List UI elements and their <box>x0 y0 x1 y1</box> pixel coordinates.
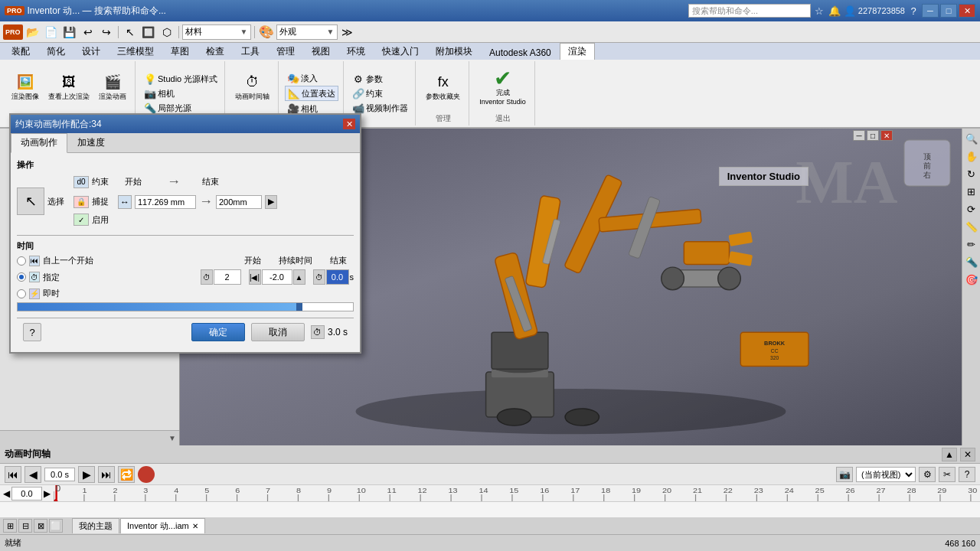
tab-close-icon[interactable]: ✕ <box>192 522 198 530</box>
viewport-close[interactable]: ✕ <box>880 130 893 141</box>
start-value-input[interactable] <box>135 195 196 209</box>
select-icon-btn[interactable]: ↖ <box>17 187 44 215</box>
enable-icon[interactable]: ✓ <box>74 214 89 226</box>
tab-environment[interactable]: 环境 <box>338 43 374 60</box>
rt-btn-7[interactable]: ✏ <box>964 236 979 252</box>
fade-in-btn[interactable]: 🎭 淡入 <box>285 71 338 85</box>
file-button[interactable]: 📄 <box>43 24 60 41</box>
dialog-tab-acceleration[interactable]: 加速度 <box>67 133 115 152</box>
tl-help-btn[interactable]: ? <box>959 467 975 482</box>
expand-btn[interactable]: ≫ <box>339 24 356 41</box>
tab-a360[interactable]: Autodesk A360 <box>481 45 560 60</box>
start-time-input[interactable] <box>214 269 241 285</box>
tab-icon-3[interactable]: ⊠ <box>34 519 47 533</box>
nav-cube[interactable]: 顶 前 右 <box>900 136 954 190</box>
render-anim-btn[interactable]: 🎬 渲染动画 <box>95 70 130 104</box>
tab-my-home[interactable]: 我的主题 <box>72 518 119 533</box>
tab-render[interactable]: 渲染 <box>560 43 595 60</box>
tab-inventor-anim[interactable]: Inventor 动...iam ✕ <box>120 518 205 533</box>
timeline-btn[interactable]: ⏱ 动画时间轴 <box>231 70 273 104</box>
finish-btn[interactable]: ✔ 完成Inventor Studio <box>475 67 530 108</box>
duration-inc[interactable]: ▲ <box>293 269 305 285</box>
ruler-time-input[interactable] <box>11 487 42 500</box>
start-indicator[interactable]: ↔ <box>118 195 132 209</box>
instant-icon[interactable]: ⚡ <box>29 289 40 299</box>
snap-icon[interactable]: 🔒 <box>74 196 89 208</box>
position-btn[interactable]: 📐 位置表达 <box>285 86 338 101</box>
viewport-maximize[interactable]: □ <box>867 130 879 141</box>
bell-icon[interactable]: 🔔 <box>828 4 841 18</box>
render-image-btn[interactable]: 🖼️ 渲染图像 <box>8 70 43 104</box>
tl-forward-btn[interactable]: ⏭ <box>98 466 115 483</box>
tab-sketch[interactable]: 草图 <box>162 43 198 60</box>
user-icon[interactable]: 👤 <box>843 4 857 18</box>
tab-simplify[interactable]: 简化 <box>38 43 74 60</box>
tab-assembly[interactable]: 装配 <box>3 43 38 60</box>
tl-settings-btn[interactable]: ⚙ <box>919 467 936 482</box>
timeline-collapse[interactable]: ▲ <box>942 448 957 461</box>
tool-2[interactable]: 🔲 <box>140 24 157 41</box>
end-expand-btn[interactable]: ▶ <box>265 195 277 209</box>
camera-btn[interactable]: 📷 相机 <box>142 86 220 100</box>
ruler-left-btn[interactable]: ◀ <box>3 488 10 499</box>
last-render-btn[interactable]: 🖼 查看上次渲染 <box>44 70 93 104</box>
rt-btn-6[interactable]: 📏 <box>964 219 979 234</box>
minimize-button[interactable]: ─ <box>922 4 939 18</box>
tab-design[interactable]: 设计 <box>74 43 109 60</box>
rt-btn-2[interactable]: ✋ <box>964 148 979 164</box>
viewport-minimize[interactable]: ─ <box>853 130 865 141</box>
params-btn[interactable]: ⚙ 参数 <box>350 72 410 86</box>
tl-view-dropdown[interactable]: (当前视图) <box>856 467 916 482</box>
end-value-input[interactable] <box>216 195 262 209</box>
tl-trim-btn[interactable]: ✂ <box>939 467 956 482</box>
tab-icon-4[interactable]: ⬜ <box>49 519 63 533</box>
dialog-help-btn[interactable]: ? <box>23 323 41 341</box>
end-time-icon[interactable]: ⏱ <box>313 269 325 285</box>
select-tool[interactable]: ↖ <box>122 24 139 41</box>
tl-back-btn[interactable]: ◀ <box>24 466 41 483</box>
close-button[interactable]: ✕ <box>959 4 975 18</box>
color-picker-icon[interactable]: 🎨 <box>258 24 275 41</box>
tab-inspect[interactable]: 检查 <box>198 43 233 60</box>
tool-3[interactable]: ⬡ <box>158 24 175 41</box>
tl-record-btn[interactable] <box>138 466 155 483</box>
save-button[interactable]: 💾 <box>61 24 78 41</box>
rt-btn-8[interactable]: 🔦 <box>964 254 979 269</box>
specify-icon[interactable]: ⏱ <box>29 272 40 282</box>
rt-btn-5[interactable]: ⟳ <box>964 201 979 217</box>
params-fav-btn[interactable]: fx 参数收藏夹 <box>422 70 464 104</box>
search-bar[interactable]: 搜索帮助和命令... <box>688 4 811 18</box>
tl-play-btn[interactable]: ▶ <box>78 466 95 483</box>
from-prev-radio[interactable]: ⏮ 自上一个开始 <box>17 255 93 266</box>
time-display-icon[interactable]: ⏱ <box>311 325 325 339</box>
tab-tools[interactable]: 工具 <box>233 43 268 60</box>
tab-addons[interactable]: 附加模块 <box>427 43 481 60</box>
bookmark-icon[interactable]: ☆ <box>812 4 826 18</box>
rt-btn-3[interactable]: ↻ <box>964 166 979 181</box>
tl-time-input[interactable] <box>44 468 75 481</box>
dialog-tab-animation[interactable]: 动画制作 <box>11 133 67 153</box>
studio-lighting-btn[interactable]: 💡 Studio 光源样式 <box>142 72 220 86</box>
duration-input[interactable] <box>262 269 292 285</box>
tab-view[interactable]: 视图 <box>303 43 338 60</box>
rt-btn-4[interactable]: ⊞ <box>964 184 979 199</box>
undo-button[interactable]: ↩ <box>80 24 96 41</box>
view-selector[interactable]: 外观 ▼ <box>276 24 338 40</box>
progress-handle[interactable] <box>296 302 302 311</box>
tab-icon-1[interactable]: ⊞ <box>3 519 17 533</box>
tab-icon-2[interactable]: ⊟ <box>18 519 32 533</box>
instant-radio[interactable]: ⚡ 即时 <box>17 288 60 299</box>
maximize-button[interactable]: □ <box>940 4 957 18</box>
dialog-ok-btn[interactable]: 确定 <box>191 323 245 341</box>
from-prev-icon[interactable]: ⏮ <box>29 256 40 266</box>
start-time-icon[interactable]: ⏱ <box>201 269 213 285</box>
rt-btn-9[interactable]: 🎯 <box>964 272 979 287</box>
rt-btn-1[interactable]: 🔍 <box>964 131 979 146</box>
duration-icon[interactable]: |◀| <box>249 269 261 285</box>
material-selector[interactable]: 材料 ▼ <box>182 24 251 40</box>
constraint-btn[interactable]: 🔗 约束 <box>350 86 410 100</box>
timeline-close[interactable]: ✕ <box>960 448 975 461</box>
tab-manage[interactable]: 管理 <box>268 43 303 60</box>
tab-quickstart[interactable]: 快速入门 <box>374 43 427 60</box>
redo-button[interactable]: ↪ <box>98 24 115 41</box>
